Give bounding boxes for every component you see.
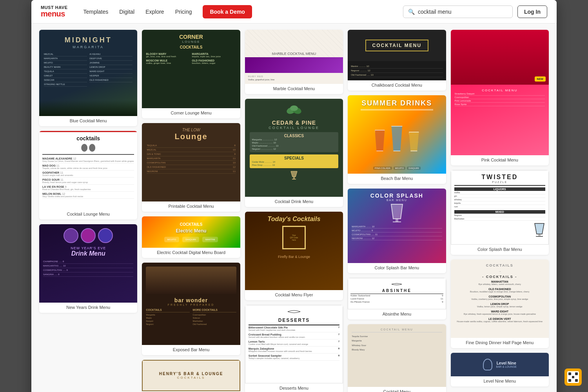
menu-preview-cedar: CEDAR & PINE COCKTAIL LOUNGE CLASSICS Ma… [245, 99, 343, 197]
absinthe-ornament [350, 281, 443, 288]
menu-trees-overlay [39, 100, 137, 116]
card-cocktail-plain[interactable]: COCKTAIL MENU Tequila Sunrise Margarita … [348, 324, 446, 392]
menu-preview-blue: MIDNIGHT MARGARITA MEZCAL MARGARITA MOJI… [39, 30, 137, 116]
card-label: Marble Cocktail Menu [245, 84, 343, 94]
search-box[interactable]: 🔍 [403, 5, 513, 18]
card-label: Printable Cocktail Menu [142, 201, 240, 212]
qr-badge[interactable] [564, 368, 582, 386]
nav-explore[interactable]: Explore [145, 9, 164, 15]
card-image-exposed: bar wonder FRESHLY PREPARED COCKTAILS Ma… [142, 263, 240, 345]
menu-preview-electric: COCKTAILS Electric Menu MOJITO DAIQUIRI … [142, 216, 240, 248]
search-input[interactable] [418, 9, 508, 15]
menu-preview-pink-img: NEW [451, 30, 549, 85]
corner-items: BLOODY MARY gin, lime, one, lime and fre… [146, 53, 236, 64]
search-icon: 🔍 [408, 9, 415, 15]
nav-templates[interactable]: Templates [83, 9, 108, 15]
summer-items: PINA COLADA MOJITO DAIQUIRI [373, 167, 421, 170]
card-chalkboard[interactable]: COCKTAIL MENU Martini ........... 10 Neg… [348, 30, 446, 91]
menu-preview-brown: THE LOW Lounge TEQUILA8 MEZCAL10 GIN & T… [142, 123, 240, 201]
list-item: MELON BOWL 12 Skyy Vanilla vodka and pas… [42, 192, 134, 199]
login-button[interactable]: Log In [517, 5, 547, 18]
menu-preview-summer: SUMMER DRINKS PINA COLADA MOJITO [348, 95, 446, 174]
pink-badge: NEW [535, 76, 546, 82]
svg-point-2 [290, 105, 298, 111]
fine-item: COSMOPOLITAN Vodka, cranberry juice, lim… [455, 295, 545, 300]
card-fine-dining[interactable]: COCKTAILS → - COCKTAILS - MANHATTAN Rye … [451, 260, 549, 348]
card-absinthe[interactable]: ABSINTHE Kübler Switzerland9 Lucid Franc… [348, 278, 446, 319]
plain-items: Tequila Sunrise Margarita Whiskey Sour B… [352, 335, 442, 353]
electric-items: MOJITO DAIQUIRI MARTINI [164, 237, 218, 242]
card-newyears[interactable]: NEW YEAR'S EVE Drink Menu CHAMPAGNE ....… [39, 224, 137, 313]
menu-preview-fine: COCKTAILS → - COCKTAILS - MANHATTAN Rye … [451, 260, 549, 338]
card-desserts[interactable]: DESSERTS Bittersweet Chocolate Silk Pie … [245, 305, 343, 392]
blue-item: VESPER [89, 74, 132, 78]
nav-pricing[interactable]: Pricing [175, 9, 192, 15]
menu-purple-bar [245, 57, 343, 73]
card-exposed-bar[interactable]: bar wonder FRESHLY PREPARED COCKTAILS Ma… [142, 263, 240, 355]
menu-preview-exposed: bar wonder FRESHLY PREPARED COCKTAILS Ma… [142, 263, 240, 345]
card-image-pink: NEW COCKTAIL MENU Strawberry Daiquiri Co… [451, 30, 549, 155]
electric-title: Electric Menu [164, 228, 218, 234]
svg-marker-3 [291, 171, 297, 177]
book-demo-button[interactable]: Book a Demo [203, 5, 252, 18]
ny-circle [81, 228, 96, 243]
card-henrys[interactable]: HENRY'S BAR & LOUNGE COCKTAILS Henry's B… [142, 360, 240, 392]
summer-glasses [374, 126, 419, 151]
exposed-bar-bg [146, 267, 236, 294]
logo[interactable]: MUST HAVE menus [41, 5, 67, 18]
blue-subtitle: MARGARITA [73, 45, 104, 49]
card-twisted[interactable]: TWISTED PUZZLE LIQUORS vodka gin whiskey… [451, 170, 549, 255]
desserts-ornament [249, 309, 339, 316]
corner-sub: LOUNGE [146, 40, 236, 44]
card-color-splash[interactable]: COLOR SPLASH BAR MENU MARGARITA ........… [348, 189, 446, 273]
card-cedar-pine[interactable]: CEDAR & PINE COCKTAIL LOUNGE CLASSICS Ma… [245, 99, 343, 207]
menu-preview-todays: Today's Cocktails YourQR Codehere Firefl… [245, 212, 343, 290]
nav-digital[interactable]: Digital [119, 9, 134, 15]
blue-item: MOJITO [44, 61, 87, 65]
card-marble[interactable]: MARBLE COCKTAIL MENU RUBY RED Vodka, gra… [245, 30, 343, 94]
card-printable-cocktail[interactable]: THE LOW Lounge TEQUILA8 MEZCAL10 GIN & T… [142, 123, 240, 212]
card-todays[interactable]: Today's Cocktails YourQR Codehere Firefl… [245, 212, 343, 300]
card-pink[interactable]: NEW COCKTAIL MENU Strawberry Daiquiri Co… [451, 30, 549, 165]
card-label: Chalkboard Cocktail Menu [348, 80, 446, 91]
card-image-absinthe: ABSINTHE Kübler Switzerland9 Lucid Franc… [348, 278, 446, 309]
card-label: Fine Dining Dinner Half Page Menu [451, 338, 549, 348]
brown-item: MEZCAL10 [147, 148, 235, 152]
menu-preview-absinthe: ABSINTHE Kübler Switzerland9 Lucid Franc… [348, 278, 446, 309]
blue-item: SIDECAR [44, 78, 87, 82]
dessert-item: Sorbet Seasonal Sampler Today's sampler … [249, 354, 339, 361]
list-item: PISCO SOUR 11 Brandy, fresh lemon juice … [42, 178, 134, 185]
card-label: Exposed Bar Menu [142, 345, 240, 355]
corner-item: OLD FASHIONED bourbon, bitters, sugar [192, 59, 236, 64]
fine-item: LE DEMON VERT House-made vanilla vodka, … [455, 318, 545, 323]
card-electric[interactable]: COCKTAILS Electric Menu MOJITO DAIQUIRI … [142, 216, 240, 258]
card-level-nine[interactable]: Level Nine BAR & LOUNGE Level Nine Menu [451, 353, 549, 387]
card-summer[interactable]: SUMMER DRINKS PINA COLADA MOJITO [348, 95, 446, 184]
logo-menus: menus [41, 10, 67, 18]
card-image-cocktails: cocktails MADAME ALEXANDRE 12 Grey Goose… [39, 131, 137, 209]
card-label: Cocktail Menu Flyer [245, 290, 343, 300]
menu-preview-corner: CORNER LOUNGE COCKTAILS BLOODY MARY gin,… [142, 30, 240, 108]
list-item: LA VIE EN ROSE 9 Rosé at Chandon Brut Ro… [42, 185, 134, 192]
card-label: Level Nine Menu [451, 376, 549, 387]
twisted-name: TWISTED [454, 174, 545, 181]
fine-item: LEMON DROP Vodka, lemon juice, simple sy… [455, 303, 545, 308]
corner-item: MOSCOW MULE vodka, ginger beer, lime [146, 59, 190, 64]
corner-cocktails: COCKTAILS [146, 45, 236, 49]
exposed-col-1: COCKTAILS Margarita Mojito Daiquiri Negr… [146, 309, 189, 326]
fine-section: - COCKTAILS - [455, 275, 545, 279]
corner-title: CORNER [146, 34, 236, 40]
card-corner-lounge[interactable]: CORNER LOUNGE COCKTAILS BLOODY MARY gin,… [142, 30, 240, 118]
splash-subtitle: BAR MENU [387, 199, 407, 201]
desserts-header: DESSERTS [249, 318, 339, 325]
card-cocktails-list[interactable]: cocktails MADAME ALEXANDRE 12 Grey Goose… [39, 131, 137, 220]
blue-title: MIDNIGHT [65, 36, 112, 44]
fine-arrow: → [455, 270, 545, 273]
cedar-subtitle: COCKTAIL LOUNGE [250, 126, 338, 130]
henrys-title: HENRY'S BAR & LOUNGE [159, 372, 223, 376]
cedar-classics: CLASSICS Margarita ................. 12 … [250, 132, 338, 152]
dessert-item: Croissant Bread Pudding Served with deca… [249, 332, 339, 339]
cedar-specials-box: SPECIALS Cedar Mule ........... 14 Pine … [250, 154, 338, 168]
card-blue-cocktail[interactable]: MIDNIGHT MARGARITA MEZCAL MARGARITA MOJI… [39, 30, 137, 126]
absinthe-item: Kübler Switzerland9 [350, 294, 443, 297]
